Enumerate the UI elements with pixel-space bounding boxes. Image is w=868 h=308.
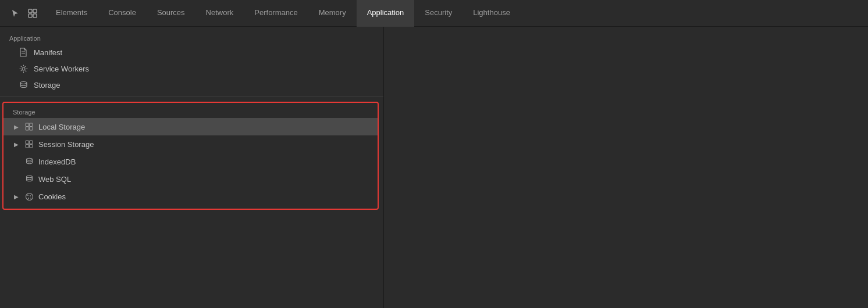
- tab-performance[interactable]: Performance: [244, 0, 308, 27]
- storage-section: Storage ▶ Local Storage ▶: [2, 102, 379, 210]
- sidebar-item-session-storage[interactable]: ▶ Session Storage: [3, 135, 378, 153]
- svg-rect-8: [26, 123, 29, 127]
- sidebar: Application Manifest Servi: [0, 27, 384, 308]
- session-storage-icon: [24, 139, 34, 149]
- svg-rect-15: [30, 145, 33, 148]
- svg-point-6: [22, 67, 25, 70]
- svg-rect-10: [26, 127, 29, 131]
- svg-rect-2: [29, 14, 32, 17]
- gear-icon: [19, 64, 28, 73]
- svg-point-21: [28, 198, 29, 199]
- tab-lighthouse[interactable]: Lighthouse: [463, 0, 521, 27]
- storage-icon: [19, 80, 28, 89]
- cookies-label: Cookies: [38, 192, 66, 201]
- svg-rect-13: [30, 141, 33, 144]
- tab-bar: Elements Console Sources Network Perform…: [0, 0, 868, 27]
- session-storage-label: Session Storage: [38, 140, 94, 149]
- svg-point-22: [30, 198, 31, 199]
- svg-point-17: [26, 176, 32, 178]
- main-content: [384, 27, 868, 308]
- tab-console[interactable]: Console: [98, 0, 147, 27]
- tab-security[interactable]: Security: [414, 0, 463, 27]
- web-sql-icon: [24, 174, 34, 184]
- expand-arrow-icon: ▶: [13, 141, 20, 148]
- main-layout: Application Manifest Servi: [0, 27, 868, 308]
- tab-application[interactable]: Application: [357, 0, 415, 27]
- storage-section-heading: Storage: [3, 106, 378, 118]
- svg-rect-9: [30, 123, 33, 127]
- tab-network[interactable]: Network: [195, 0, 244, 27]
- tab-memory[interactable]: Memory: [308, 0, 357, 27]
- inspect-icon[interactable]: [26, 6, 40, 20]
- application-section-label: Application: [0, 31, 383, 44]
- svg-rect-1: [33, 9, 37, 13]
- svg-point-7: [20, 81, 27, 84]
- sidebar-item-service-workers[interactable]: Service Workers: [0, 60, 383, 77]
- manifest-icon: [19, 48, 28, 57]
- sidebar-item-web-sql[interactable]: Web SQL: [3, 170, 378, 188]
- expand-arrow-icon: ▶: [13, 124, 20, 130]
- sidebar-item-storage-top[interactable]: Storage: [0, 77, 383, 93]
- sidebar-item-cookies[interactable]: ▶ Cookies: [3, 188, 378, 205]
- sidebar-item-manifest[interactable]: Manifest: [0, 44, 383, 60]
- tab-elements[interactable]: Elements: [45, 0, 98, 27]
- svg-point-18: [26, 193, 33, 200]
- local-storage-icon: [24, 122, 34, 131]
- sidebar-item-indexeddb[interactable]: IndexedDB: [3, 153, 378, 170]
- svg-point-20: [30, 195, 31, 196]
- svg-rect-0: [29, 9, 32, 13]
- storage-top-label: Storage: [34, 81, 61, 89]
- cookies-icon: [24, 192, 34, 201]
- manifest-label: Manifest: [34, 48, 62, 57]
- indexeddb-label: IndexedDB: [38, 157, 76, 166]
- svg-rect-11: [30, 127, 33, 131]
- expand-arrow-icon: ▶: [13, 194, 20, 200]
- svg-point-19: [27, 195, 29, 196]
- svg-rect-12: [26, 141, 29, 144]
- divider: [0, 96, 383, 97]
- sidebar-item-local-storage[interactable]: ▶ Local Storage: [3, 118, 378, 135]
- svg-rect-3: [33, 14, 37, 17]
- indexeddb-icon: [24, 157, 34, 166]
- local-storage-label: Local Storage: [38, 123, 85, 131]
- svg-point-16: [26, 158, 32, 160]
- svg-rect-14: [26, 145, 29, 148]
- tab-sources[interactable]: Sources: [147, 0, 195, 27]
- web-sql-label: Web SQL: [38, 175, 71, 184]
- toolbar-icons: [2, 6, 45, 20]
- service-workers-label: Service Workers: [34, 65, 89, 73]
- cursor-icon[interactable]: [8, 6, 22, 20]
